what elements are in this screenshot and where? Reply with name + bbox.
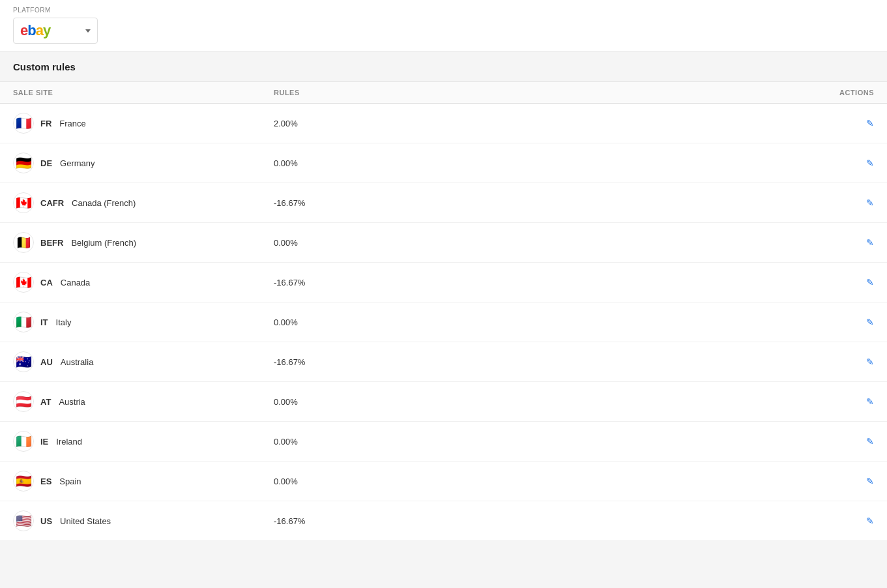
table-row: 🇪🇸 ES Spain 0.00% ✎ (0, 462, 887, 501)
edit-button[interactable]: ✎ (866, 317, 874, 327)
actions-cell: ✎ (796, 396, 874, 407)
ebay-logo: ebay (20, 22, 50, 39)
country-code: FR (40, 119, 51, 128)
country-code: US (40, 516, 52, 526)
table-row: 🇮🇹 IT Italy 0.00% ✎ (0, 302, 887, 342)
country-name: Ireland (56, 437, 82, 447)
flag-icon-cafr: 🇨🇦 (13, 192, 34, 213)
column-header-actions: ACTIONS (796, 89, 874, 96)
table-header: SALE SITE RULES ACTIONS (0, 82, 887, 104)
country-code: IE (40, 437, 48, 447)
country-code: ES (40, 477, 51, 486)
table-row: 🇨🇦 CAFR Canada (French) -16.67% ✎ (0, 183, 887, 223)
rules-value: 2.00% (274, 119, 796, 128)
country-code: CA (40, 278, 53, 287)
edit-button[interactable]: ✎ (866, 396, 874, 407)
edit-button[interactable]: ✎ (866, 277, 874, 287)
column-header-rules: RULES (274, 89, 796, 96)
edit-button[interactable]: ✎ (866, 198, 874, 208)
country-code: DE (40, 158, 52, 168)
actions-cell: ✎ (796, 237, 874, 248)
flag-icon-ie: 🇮🇪 (13, 431, 34, 452)
country-name: United States (60, 516, 111, 526)
sale-site-cell: 🇺🇸 US United States (13, 510, 274, 531)
rules-value: -16.67% (274, 198, 796, 208)
actions-cell: ✎ (796, 158, 874, 168)
edit-button[interactable]: ✎ (866, 436, 874, 447)
table-row: 🇧🇪 BEFR Belgium (French) 0.00% ✎ (0, 223, 887, 263)
rules-value: -16.67% (274, 516, 796, 526)
flag-icon-fr: 🇫🇷 (13, 113, 34, 134)
country-name: Canada (61, 278, 91, 287)
column-header-sale-site: SALE SITE (13, 89, 274, 96)
country-name: France (59, 119, 85, 128)
table-row: 🇺🇸 US United States -16.67% ✎ (0, 501, 887, 541)
edit-button[interactable]: ✎ (866, 476, 874, 486)
custom-rules-table: SALE SITE RULES ACTIONS 🇫🇷 FR France 2.0… (0, 82, 887, 541)
table-row: 🇮🇪 IE Ireland 0.00% ✎ (0, 422, 887, 462)
rules-value: 0.00% (274, 397, 796, 407)
sale-site-cell: 🇪🇸 ES Spain (13, 471, 274, 492)
country-code: IT (40, 317, 48, 327)
country-code: BEFR (40, 238, 63, 248)
header: PLATFORM ebay (0, 0, 887, 52)
edit-button[interactable]: ✎ (866, 516, 874, 526)
sale-site-cell: 🇧🇪 BEFR Belgium (French) (13, 232, 274, 253)
edit-button[interactable]: ✎ (866, 357, 874, 367)
flag-icon-befr: 🇧🇪 (13, 232, 34, 253)
rules-value: 0.00% (274, 477, 796, 486)
rules-value: 0.00% (274, 317, 796, 327)
table-row: 🇦🇺 AU Australia -16.67% ✎ (0, 342, 887, 382)
platform-label: PLATFORM (13, 7, 874, 14)
chevron-down-icon (85, 29, 91, 33)
platform-select[interactable]: ebay (13, 18, 98, 44)
table-row: 🇦🇹 AT Austria 0.00% ✎ (0, 382, 887, 422)
flag-icon-ca: 🇨🇦 (13, 272, 34, 293)
flag-icon-us: 🇺🇸 (13, 510, 34, 531)
country-name: Germany (60, 158, 95, 168)
country-name: Canada (French) (72, 198, 136, 208)
actions-cell: ✎ (796, 516, 874, 526)
actions-cell: ✎ (796, 198, 874, 208)
country-code: AU (40, 357, 53, 367)
sale-site-cell: 🇫🇷 FR France (13, 113, 274, 134)
table-body: 🇫🇷 FR France 2.00% ✎ 🇩🇪 DE Germany 0.00%… (0, 104, 887, 541)
edit-button[interactable]: ✎ (866, 158, 874, 168)
table-row: 🇨🇦 CA Canada -16.67% ✎ (0, 263, 887, 302)
country-code: CAFR (40, 198, 64, 208)
country-code: AT (40, 397, 51, 407)
country-name: Belgium (French) (71, 238, 136, 248)
actions-cell: ✎ (796, 476, 874, 486)
flag-icon-it: 🇮🇹 (13, 312, 34, 332)
rules-value: 0.00% (274, 437, 796, 447)
flag-icon-at: 🇦🇹 (13, 391, 34, 412)
edit-button[interactable]: ✎ (866, 237, 874, 248)
country-name: Italy (56, 317, 72, 327)
rules-value: 0.00% (274, 238, 796, 248)
sale-site-cell: 🇩🇪 DE Germany (13, 153, 274, 173)
table-row: 🇩🇪 DE Germany 0.00% ✎ (0, 143, 887, 183)
actions-cell: ✎ (796, 357, 874, 367)
flag-icon-au: 🇦🇺 (13, 351, 34, 372)
sale-site-cell: 🇨🇦 CAFR Canada (French) (13, 192, 274, 213)
actions-cell: ✎ (796, 277, 874, 287)
table-row: 🇫🇷 FR France 2.00% ✎ (0, 104, 887, 143)
section-title: Custom rules (0, 52, 887, 82)
actions-cell: ✎ (796, 118, 874, 128)
rules-value: -16.67% (274, 278, 796, 287)
country-name: Australia (61, 357, 94, 367)
flag-icon-es: 🇪🇸 (13, 471, 34, 492)
edit-button[interactable]: ✎ (866, 118, 874, 128)
actions-cell: ✎ (796, 317, 874, 327)
actions-cell: ✎ (796, 436, 874, 447)
sale-site-cell: 🇮🇹 IT Italy (13, 312, 274, 332)
rules-value: -16.67% (274, 357, 796, 367)
country-name: Spain (59, 477, 81, 486)
sale-site-cell: 🇮🇪 IE Ireland (13, 431, 274, 452)
country-name: Austria (59, 397, 85, 407)
sale-site-cell: 🇨🇦 CA Canada (13, 272, 274, 293)
rules-value: 0.00% (274, 158, 796, 168)
sale-site-cell: 🇦🇹 AT Austria (13, 391, 274, 412)
flag-icon-de: 🇩🇪 (13, 153, 34, 173)
sale-site-cell: 🇦🇺 AU Australia (13, 351, 274, 372)
